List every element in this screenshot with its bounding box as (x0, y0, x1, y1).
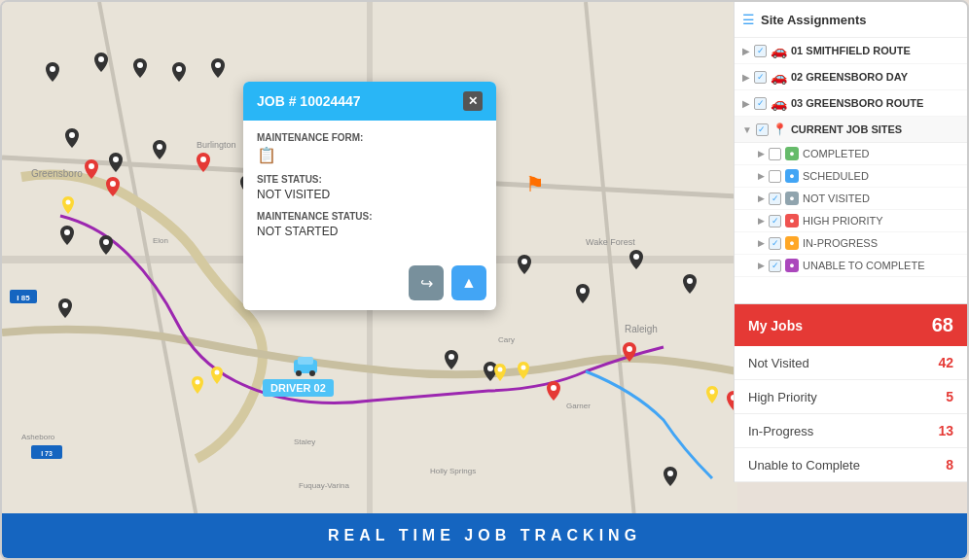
stat-num-high-priority: 5 (946, 389, 953, 404)
route-label-3: 03 GREENSBORO ROUTE (791, 97, 923, 109)
svg-point-29 (157, 144, 162, 150)
bottom-banner: REAL TIME JOB TRACKING (2, 513, 967, 558)
job-popup-actions: ↪ ▲ (243, 260, 496, 310)
stat-row-in-progress: In-Progress 13 (735, 414, 967, 448)
svg-text:Burlington: Burlington (197, 140, 236, 150)
status-completed[interactable]: ▶ ● COMPLETED (735, 143, 967, 165)
svg-text:Cary: Cary (498, 335, 515, 344)
svg-text:I 73: I 73 (41, 450, 53, 457)
maintenance-form-icon: 📋 (257, 146, 483, 164)
status-checkbox-high-priority[interactable]: ✓ (769, 215, 781, 228)
status-dot-unable: ● (785, 259, 799, 272)
close-button[interactable]: ✕ (463, 91, 483, 111)
status-checkbox-unable[interactable]: ✓ (769, 260, 781, 272)
svg-point-60 (309, 370, 315, 376)
status-unable-to-complete[interactable]: ▶ ✓ ● UNABLE TO COMPLETE (735, 255, 967, 277)
svg-point-31 (64, 229, 70, 235)
svg-point-41 (487, 366, 493, 371)
svg-text:Wake Forest: Wake Forest (586, 237, 635, 247)
maintenance-form-field: MAINTENANCE FORM: 📋 (257, 132, 483, 164)
stat-row-unable: Unable to Complete 8 (735, 448, 967, 482)
route-item-3[interactable]: ▶ ✓ 🚗 03 GREENSBORO ROUTE (735, 90, 967, 117)
map-area: Greensboro Wake Forest Raleigh Burlingto… (2, 2, 737, 517)
stats-header: My Jobs 68 (735, 304, 967, 346)
svg-point-24 (137, 62, 143, 68)
stat-row-not-visited: Not Visited 42 (735, 346, 967, 380)
share-button[interactable]: ↪ (409, 265, 444, 300)
stats-title: My Jobs (748, 318, 803, 333)
status-in-progress[interactable]: ▶ ✓ ● IN-PROGRESS (735, 232, 967, 255)
route-item-1[interactable]: ▶ ✓ 🚗 01 SMITHFIELD ROUTE (735, 38, 967, 64)
svg-point-22 (50, 66, 55, 72)
status-checkbox-in-progress[interactable]: ✓ (769, 237, 781, 250)
svg-point-49 (66, 200, 71, 205)
svg-text:Staley: Staley (294, 438, 315, 446)
status-checkbox-completed[interactable] (769, 148, 781, 160)
status-label-scheduled: SCHEDULED (803, 170, 869, 182)
route-item-2[interactable]: ▶ ✓ 🚗 02 GREENSBORO DAY (735, 64, 967, 90)
route-arrow-1: ▶ (742, 46, 750, 56)
svg-point-45 (110, 181, 116, 187)
svg-point-36 (521, 259, 527, 264)
status-dot-not-visited: ● (785, 192, 799, 205)
status-high-priority[interactable]: ▶ ✓ ● HIGH PRIORITY (735, 210, 967, 232)
status-not-visited[interactable]: ▶ ✓ ● NOT VISITED (735, 188, 967, 210)
stat-num-not-visited: 42 (938, 355, 953, 370)
status-checkbox-not-visited[interactable]: ✓ (769, 192, 781, 205)
maintenance-form-label: MAINTENANCE FORM: (257, 132, 483, 143)
job-popup: JOB # 10024447 ✕ MAINTENANCE FORM: 📋 SIT… (243, 82, 496, 310)
svg-text:Fuquay-Varina: Fuquay-Varina (299, 481, 349, 490)
current-sites-header: ▼ ✓ 📍 CURRENT JOB SITES (735, 117, 967, 143)
section-checkbox[interactable]: ✓ (756, 123, 769, 136)
stat-label-unable: Unable to Complete (748, 458, 860, 472)
maintenance-status-field: MAINTENANCE STATUS: NOT STARTED (257, 211, 483, 238)
route-checkbox-3[interactable]: ✓ (754, 97, 767, 110)
svg-point-39 (687, 278, 693, 284)
svg-point-38 (633, 254, 639, 260)
driver-label: DRIVER 02 (263, 379, 334, 397)
status-arrow-scheduled: ▶ (758, 171, 765, 181)
status-arrow-in-progress: ▶ (758, 238, 765, 248)
route-car-icon-2: 🚗 (771, 69, 787, 85)
route-label-2: 02 GREENSBORO DAY (791, 71, 908, 83)
job-number: JOB # 10024447 (257, 93, 361, 109)
svg-text:⚑: ⚑ (525, 172, 545, 196)
banner-text: REAL TIME JOB TRACKING (328, 527, 641, 544)
route-checkbox-2[interactable]: ✓ (754, 71, 767, 84)
status-scheduled[interactable]: ▶ ● SCHEDULED (735, 165, 967, 188)
svg-point-59 (296, 370, 302, 376)
maintenance-status-value: NOT STARTED (257, 225, 483, 238)
svg-point-33 (62, 302, 68, 308)
panel-header: ☰ Site Assignments (735, 2, 967, 38)
stat-label-not-visited: Not Visited (748, 356, 809, 370)
stat-label-in-progress: In-Progress (748, 424, 813, 438)
route-car-icon-3: 🚗 (771, 95, 787, 111)
stat-num-unable: 8 (946, 457, 953, 472)
status-dot-completed: ● (785, 147, 799, 160)
job-popup-header: JOB # 10024447 ✕ (243, 82, 496, 121)
svg-point-28 (113, 157, 119, 162)
job-popup-body: MAINTENANCE FORM: 📋 SITE STATUS: NOT VIS… (243, 121, 496, 260)
svg-point-44 (200, 157, 206, 162)
current-sites-title: CURRENT JOB SITES (791, 123, 902, 135)
status-checkbox-scheduled[interactable] (769, 170, 781, 183)
svg-rect-58 (298, 357, 313, 365)
maintenance-status-label: MAINTENANCE STATUS: (257, 211, 483, 222)
svg-text:Asheboro: Asheboro (21, 433, 55, 441)
section-arrow: ▼ (742, 124, 752, 135)
stats-count: 68 (932, 314, 953, 336)
svg-text:Greensboro: Greensboro (31, 168, 83, 179)
route-checkbox-1[interactable]: ✓ (754, 45, 767, 57)
route-arrow-3: ▶ (742, 98, 750, 109)
stat-num-in-progress: 13 (938, 423, 953, 438)
status-dot-in-progress: ● (785, 236, 799, 250)
navigate-button[interactable]: ▲ (451, 265, 486, 300)
status-arrow-completed: ▶ (758, 149, 765, 158)
svg-point-54 (196, 380, 200, 385)
site-status-value: NOT VISITED (257, 188, 483, 201)
svg-text:Raleigh: Raleigh (625, 324, 658, 334)
svg-point-46 (627, 346, 632, 352)
main-container: Greensboro Wake Forest Raleigh Burlingto… (0, 0, 969, 560)
svg-point-26 (215, 62, 221, 68)
svg-point-51 (498, 368, 503, 372)
